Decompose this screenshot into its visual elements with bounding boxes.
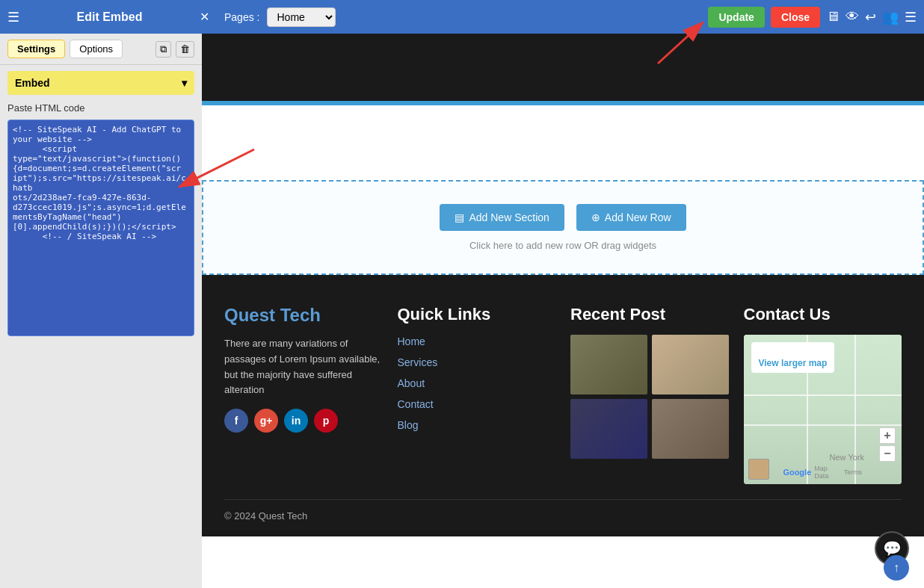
add-row-icon: ⊕ xyxy=(591,211,600,223)
tab-options[interactable]: Options xyxy=(70,40,123,58)
top-bar-left: ☰ Edit Embed ✕ xyxy=(7,9,209,25)
post-image-1[interactable] xyxy=(570,335,647,394)
add-row-label: Add New Row xyxy=(605,211,671,223)
add-section-buttons: ▤ Add New Section ⊕ Add New Row xyxy=(440,204,686,231)
eye-icon[interactable]: 👁 xyxy=(846,9,859,25)
add-new-row-button[interactable]: ⊕ Add New Row xyxy=(576,204,686,231)
empty-section xyxy=(202,105,924,180)
list-item: About xyxy=(398,377,556,390)
close-button[interactable]: Close xyxy=(771,7,820,28)
main-layout: Settings Options ⧉ 🗑 Embed ▾ Paste HTML … xyxy=(0,34,924,588)
footer-contact-col: Contact Us New York View larger ma xyxy=(744,305,902,484)
embed-label: Embed xyxy=(15,77,50,89)
copyright-text: © 2024 Quest Tech xyxy=(224,510,307,522)
list-item: Home xyxy=(398,335,556,348)
facebook-icon[interactable]: f xyxy=(224,409,248,433)
map-label: New York View larger map xyxy=(751,342,835,373)
desktop-icon[interactable]: 🖥 xyxy=(826,9,840,25)
page-title: Edit Embed xyxy=(27,10,192,24)
black-banner xyxy=(202,34,924,101)
update-button[interactable]: Update xyxy=(708,7,764,28)
pinterest-icon[interactable]: p xyxy=(314,409,338,433)
scroll-top-button[interactable]: ↑ xyxy=(884,555,909,581)
top-bar-right: Pages : Home About Services Contact Blog… xyxy=(217,7,917,28)
map-inner: New York View larger map New York + − Go… xyxy=(744,335,902,484)
quick-link-about[interactable]: About xyxy=(398,377,425,389)
linkedin-icon[interactable]: in xyxy=(284,409,308,433)
list-item: Blog xyxy=(398,418,556,432)
tab-settings[interactable]: Settings xyxy=(7,40,65,58)
content-area: ▤ Add New Section ⊕ Add New Row Click he… xyxy=(202,34,924,588)
footer-links-list: Home Services About Contact Blog xyxy=(398,335,556,432)
quick-link-blog[interactable]: Blog xyxy=(398,419,419,431)
quick-link-services[interactable]: Services xyxy=(398,356,438,368)
undo-icon[interactable]: ↩ xyxy=(865,9,876,25)
footer-brand-col: Quest Tech There are many variations of … xyxy=(224,305,383,484)
pages-select[interactable]: Home About Services Contact Blog xyxy=(267,7,336,27)
list-item: Contact xyxy=(398,397,556,411)
post-image-4[interactable] xyxy=(652,399,729,459)
contact-title: Contact Us xyxy=(744,305,902,324)
footer-grid: Quest Tech There are many variations of … xyxy=(224,305,902,484)
top-bar: ☰ Edit Embed ✕ Pages : Home About Servic… xyxy=(0,0,924,34)
map-container[interactable]: New York View larger map New York + − Go… xyxy=(744,335,902,484)
html-code-textarea[interactable]: <!-- SiteSpeak AI - Add ChatGPT to your … xyxy=(7,120,194,336)
sidebar: Settings Options ⧉ 🗑 Embed ▾ Paste HTML … xyxy=(0,34,202,588)
footer-social: f g+ in p xyxy=(224,409,383,433)
top-bar-actions: Update Close 🖥 👁 ↩ 👥 ☰ xyxy=(708,7,917,28)
embed-dropdown[interactable]: Embed ▾ xyxy=(7,71,194,95)
quick-links-title: Quick Links xyxy=(398,305,556,324)
sidebar-tabs: Settings Options ⧉ 🗑 xyxy=(0,34,202,65)
add-section-icon: ▤ xyxy=(455,211,464,223)
hamburger-icon[interactable]: ☰ xyxy=(7,9,19,25)
trash-icon-btn[interactable]: 🗑 xyxy=(176,41,194,58)
drag-hint: Click here to add new row OR drag widget… xyxy=(469,240,656,251)
quick-link-home[interactable]: Home xyxy=(398,335,425,347)
paste-html-label: Paste HTML code xyxy=(0,98,202,117)
post-image-2[interactable] xyxy=(652,335,729,394)
zoom-out-button[interactable]: − xyxy=(879,445,896,462)
quick-link-contact[interactable]: Contact xyxy=(398,398,434,410)
footer-quick-links-col: Quick Links Home Services About Contact … xyxy=(398,305,556,484)
map-data-label: Map Data xyxy=(814,465,840,480)
tab-icons: ⧉ 🗑 xyxy=(155,41,194,58)
googleplus-icon[interactable]: g+ xyxy=(254,409,278,433)
map-thumbnail xyxy=(748,459,769,480)
recent-post-title: Recent Post xyxy=(570,305,729,324)
google-logo: Google xyxy=(783,468,811,477)
footer-recent-post-col: Recent Post xyxy=(570,305,729,484)
pages-label: Pages : xyxy=(224,11,259,23)
list-item: Services xyxy=(398,356,556,369)
terms-label: Terms xyxy=(844,468,863,476)
footer-bottom: © 2024 Quest Tech xyxy=(224,499,902,522)
recent-post-grid xyxy=(570,335,729,459)
add-section-label: Add New Section xyxy=(469,211,549,223)
zoom-in-button[interactable]: + xyxy=(879,427,896,444)
footer-brand-title: Quest Tech xyxy=(224,305,383,326)
footer-section: Quest Tech There are many variations of … xyxy=(202,275,924,536)
post-image-3[interactable] xyxy=(570,399,647,459)
add-new-section-button[interactable]: ▤ Add New Section xyxy=(440,204,564,231)
footer-brand-desc: There are many variations of passages of… xyxy=(224,336,383,398)
users-icon[interactable]: 👥 xyxy=(882,9,899,25)
menu-icon[interactable]: ☰ xyxy=(905,9,917,25)
chevron-down-icon: ▾ xyxy=(182,77,187,89)
copy-icon-btn[interactable]: ⧉ xyxy=(155,41,171,58)
top-bar-icons: 🖥 👁 ↩ 👥 ☰ xyxy=(826,9,917,25)
close-icon[interactable]: ✕ xyxy=(200,10,209,24)
map-link[interactable]: View larger map xyxy=(759,358,828,368)
map-zoom-controls: + − xyxy=(879,427,896,462)
add-section-area: ▤ Add New Section ⊕ Add New Row Click he… xyxy=(202,180,924,275)
